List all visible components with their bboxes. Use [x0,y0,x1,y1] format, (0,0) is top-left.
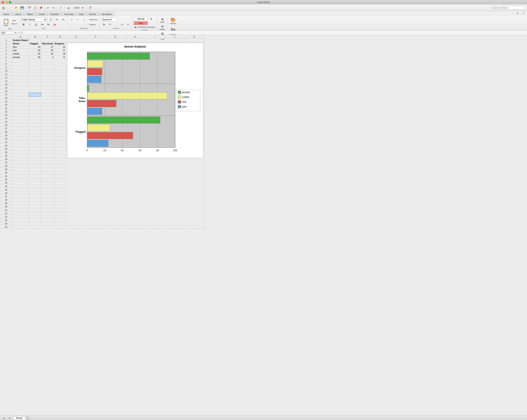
cell-r47-c1[interactable] [29,195,41,198]
cell-r4-c0[interactable]: nick [12,49,29,52]
cell-r2-c4[interactable]: Sensor Analysis020406080100DungeonTake-D… [66,42,204,225]
cell-r8-c1[interactable] [29,62,41,66]
maximize-button[interactable] [9,1,11,3]
cell-r42-c0[interactable] [12,178,29,181]
cell-r1-c6[interactable] [105,39,125,42]
cell-r21-c0[interactable] [12,107,29,110]
sheet-nav-left-icon[interactable]: ◂ [1,415,6,420]
toolbar-paste-icon[interactable]: 📌 [38,5,43,11]
tab-tables[interactable]: Tables [24,12,36,16]
tab-layout[interactable]: Layout [12,12,24,16]
row-header-35[interactable]: 35 [0,154,12,157]
cell-r53-c2[interactable] [41,215,54,219]
cell-r46-c1[interactable] [29,191,41,195]
cell-r24-c1[interactable] [29,117,41,120]
cell-r10-c3[interactable] [54,69,66,73]
cell-r37-c0[interactable] [12,161,29,164]
cell-r13-c1[interactable] [29,79,41,83]
row-header-8[interactable]: 8 [0,62,12,66]
cell-r38-c3[interactable] [54,164,66,168]
cell-r28-c3[interactable] [54,130,66,134]
cell-r7-c1[interactable] [29,59,41,62]
cell-r25-c1[interactable] [29,120,41,123]
cell-r7-c3[interactable] [54,59,66,62]
cell-r10-c1[interactable] [29,69,41,73]
cell-r4-c3[interactable]: 17 [54,49,66,52]
cell-r22-c0[interactable] [12,110,29,113]
cell-r5-c2[interactable]: 91 [41,52,54,55]
cell-r36-c2[interactable] [41,157,54,161]
row-header-37[interactable]: 37 [0,161,12,164]
cell-r10-c0[interactable] [12,69,29,73]
cell-r47-c0[interactable] [12,195,29,198]
cell-r5-c3[interactable]: 18 [54,52,66,55]
row-header-46[interactable]: 46 [0,191,12,195]
row-header-14[interactable]: 14 [0,83,12,86]
insert-button[interactable]: ⊕ Insert [159,17,165,23]
currency-button[interactable]: $▾ [101,22,107,27]
row-header-19[interactable]: 19 [0,100,12,103]
cell-r9-c2[interactable] [41,66,54,69]
toolbar-open-icon[interactable]: 📂 [14,5,19,11]
row-header-23[interactable]: 23 [0,113,12,117]
cell-r1-c8[interactable] [145,39,165,42]
cell-r32-c2[interactable] [41,144,54,147]
cell-r33-c0[interactable] [12,147,29,151]
cell-r43-c0[interactable] [12,181,29,185]
cell-r44-c3[interactable] [54,185,66,188]
row-header-7[interactable]: 7 [0,59,12,62]
align-center-button[interactable]: ↔ [75,22,81,27]
row-header-27[interactable]: 27 [0,127,12,130]
cell-r15-c2[interactable] [41,86,54,89]
cell-r6-c3[interactable]: 71 [54,55,66,59]
cell-r36-c3[interactable] [54,157,66,161]
cell-r31-c3[interactable] [54,140,66,144]
row-header-20[interactable]: 20 [0,103,12,107]
col-header-b[interactable]: B [29,35,41,39]
cell-r41-c0[interactable] [12,174,29,178]
cell-r40-c1[interactable] [29,171,41,174]
cell-r1-c10[interactable] [184,39,204,42]
cell-r40-c0[interactable] [12,171,29,174]
cell-r29-c1[interactable] [29,134,41,137]
cell-r8-c2[interactable] [41,62,54,66]
cell-r21-c2[interactable] [41,107,54,110]
underline-button[interactable]: U [33,22,39,27]
cell-r18-c1[interactable] [29,96,41,100]
tab-formulas[interactable]: Formulas [62,12,76,16]
clear-button[interactable]: Clear ▾ [11,22,18,25]
cell-r3-c2[interactable]: 17 [41,45,54,49]
row-header-43[interactable]: 43 [0,181,12,185]
cell-r55-c2[interactable] [41,222,54,225]
cell-r4-c1[interactable]: 52 [29,49,41,52]
cell-r12-c2[interactable] [41,76,54,79]
row-header-12[interactable]: 12 [0,76,12,79]
cell-r4-c2[interactable]: 33 [41,49,54,52]
cell-r28-c0[interactable] [12,130,29,134]
cell-r16-c0[interactable] [12,89,29,93]
cell-r27-c1[interactable] [29,127,41,130]
row-header-51[interactable]: 51 [0,208,12,212]
cell-r56-c8[interactable] [145,225,165,229]
cell-r36-c0[interactable] [12,157,29,161]
cell-r9-c0[interactable] [12,66,29,69]
decrease-decimal-button[interactable]: .0- [125,22,131,27]
cell-r56-c7[interactable] [125,225,145,229]
cell-r21-c3[interactable] [54,107,66,110]
cell-r31-c0[interactable] [12,140,29,144]
cell-r20-c2[interactable] [41,103,54,107]
cell-r42-c2[interactable] [41,178,54,181]
row-header-39[interactable]: 39 [0,168,12,171]
cell-r29-c3[interactable] [54,134,66,137]
row-header-3[interactable]: 3 [0,45,12,49]
cell-r26-c2[interactable] [41,123,54,127]
cell-r41-c2[interactable] [41,174,54,178]
cell-r10-c2[interactable] [41,69,54,73]
cell-r8-c3[interactable] [54,62,66,66]
cell-r35-c2[interactable] [41,154,54,157]
sheet-nav-right-icon[interactable]: ▸ [7,415,12,420]
cell-r27-c0[interactable] [12,127,29,130]
style-bad-button[interactable]: Bad [134,22,148,25]
cell-r45-c3[interactable] [54,188,66,191]
row-header-34[interactable]: 34 [0,151,12,154]
